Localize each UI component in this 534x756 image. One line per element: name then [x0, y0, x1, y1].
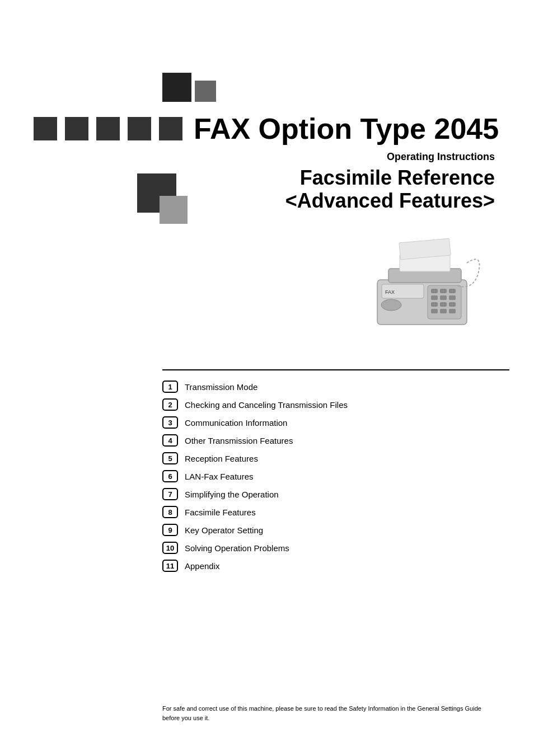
svg-rect-4	[449, 289, 456, 293]
toc-badge-10: 10	[162, 542, 178, 554]
toc-divider	[162, 369, 509, 370]
main-title: FAX Option Type 2045	[194, 112, 499, 145]
toc-item-7: 7 Simplifying the Operation	[162, 488, 509, 500]
toc-item-6: 6 LAN-Fax Features	[162, 470, 509, 482]
title-sq-1	[34, 117, 57, 140]
svg-rect-12	[440, 309, 447, 313]
svg-rect-2	[431, 289, 438, 293]
toc-item-11: 11 Appendix	[162, 560, 509, 572]
toc-badge-3: 3	[162, 416, 178, 429]
title-sq-5	[159, 117, 182, 140]
top-decoration	[162, 73, 216, 102]
toc-label-7: Simplifying the Operation	[185, 490, 279, 499]
title-sq-2	[65, 117, 88, 140]
svg-rect-5	[431, 295, 438, 300]
toc-item-1: 1 Transmission Mode	[162, 381, 509, 393]
toc-badge-9: 9	[162, 524, 178, 536]
facsimile-title: Facsimile Reference<Advanced Features>	[285, 166, 495, 213]
deco-square-large	[162, 73, 191, 102]
toc-item-10: 10 Solving Operation Problems	[162, 542, 509, 554]
title-sq-3	[96, 117, 120, 140]
toc-label-6: LAN-Fax Features	[185, 472, 254, 481]
deco-square-medium	[195, 81, 216, 102]
svg-rect-11	[431, 309, 438, 313]
fax-machine-illustration: FAX	[360, 224, 489, 336]
toc-badge-8: 8	[162, 506, 178, 518]
toc-label-4: Other Transmission Features	[185, 436, 293, 445]
toc-badge-4: 4	[162, 434, 178, 447]
toc-item-3: 3 Communication Information	[162, 416, 509, 429]
toc-label-5: Reception Features	[185, 454, 258, 463]
toc-item-8: 8 Facsimile Features	[162, 506, 509, 518]
toc-label-11: Appendix	[185, 561, 220, 571]
svg-text:FAX: FAX	[385, 289, 395, 295]
svg-rect-3	[440, 289, 447, 293]
toc-section: 1 Transmission Mode 2 Checking and Cance…	[162, 369, 509, 577]
title-sq-4	[128, 117, 151, 140]
toc-label-9: Key Operator Setting	[185, 525, 263, 535]
overlap-sq-light	[160, 196, 188, 224]
svg-rect-8	[431, 302, 438, 307]
toc-badge-7: 7	[162, 488, 178, 500]
title-row: FAX Option Type 2045	[34, 112, 521, 145]
svg-rect-9	[440, 302, 447, 307]
toc-label-3: Communication Information	[185, 418, 287, 428]
toc-badge-11: 11	[162, 560, 178, 572]
toc-badge-6: 6	[162, 470, 178, 482]
svg-rect-13	[449, 309, 456, 313]
toc-badge-5: 5	[162, 452, 178, 464]
footer-note: For safe and correct use of this machine…	[162, 704, 498, 722]
toc-item-4: 4 Other Transmission Features	[162, 434, 509, 447]
toc-label-10: Solving Operation Problems	[185, 543, 289, 553]
subtitle-block: Operating Instructions Facsimile Referen…	[285, 151, 495, 213]
toc-label-1: Transmission Mode	[185, 382, 257, 392]
toc-badge-2: 2	[162, 398, 178, 411]
toc-label-8: Facsimile Features	[185, 508, 256, 517]
svg-rect-10	[449, 302, 456, 307]
toc-item-5: 5 Reception Features	[162, 452, 509, 464]
toc-item-2: 2 Checking and Canceling Transmission Fi…	[162, 398, 509, 411]
svg-rect-6	[440, 295, 447, 300]
title-squares	[34, 117, 182, 140]
operating-instructions-label: Operating Instructions	[285, 151, 495, 163]
toc-label-2: Checking and Canceling Transmission File…	[185, 400, 348, 410]
toc-item-9: 9 Key Operator Setting	[162, 524, 509, 536]
svg-rect-7	[449, 295, 456, 300]
toc-badge-1: 1	[162, 381, 178, 393]
svg-point-19	[381, 299, 401, 311]
